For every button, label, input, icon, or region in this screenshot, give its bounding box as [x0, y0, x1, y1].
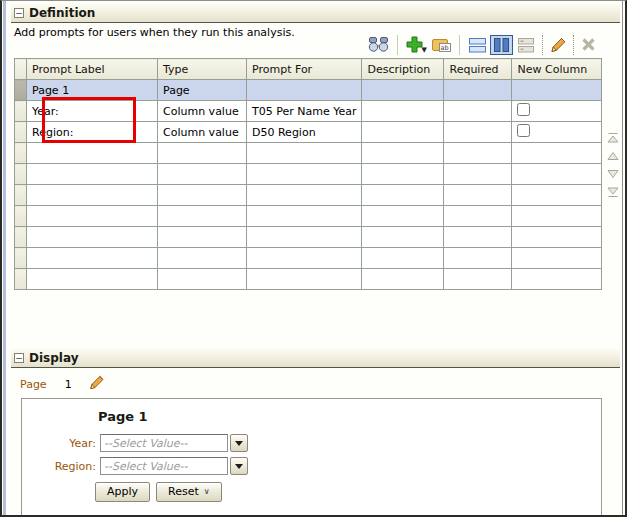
col-header-new-column: New Column	[512, 59, 602, 80]
preview-field-region: Region:	[22, 457, 248, 475]
empty-row	[15, 248, 602, 269]
cell-new-column	[512, 101, 602, 122]
cell-description	[362, 122, 444, 143]
row-handle[interactable]	[15, 101, 27, 122]
page-label: Page	[20, 378, 47, 391]
toolbar-separator-dotted	[573, 35, 574, 55]
display-section-header: − Display	[11, 349, 620, 368]
folder-label-icon: ab	[431, 36, 452, 54]
region-dropdown-button[interactable]	[230, 457, 248, 475]
apply-button[interactable]: Apply	[95, 482, 150, 502]
definition-section-header: − Definition	[11, 4, 620, 23]
row-handle[interactable]	[15, 122, 27, 143]
columns-layout-icon	[492, 36, 511, 54]
col-header-prompt-label: Prompt Label	[27, 59, 158, 80]
reorder-buttons	[604, 132, 622, 198]
cell-type: Column value	[158, 101, 247, 122]
rows-layout-button[interactable]	[465, 35, 490, 55]
cell-type: Column value	[158, 122, 247, 143]
cell-prompt-for: D50 Region	[247, 122, 362, 143]
edit-page-button[interactable]	[88, 374, 105, 394]
collapse-icon[interactable]: −	[14, 8, 24, 18]
preview-button[interactable]	[365, 34, 392, 55]
col-header-required: Required	[444, 59, 512, 80]
region-field-label: Region:	[22, 460, 96, 473]
delete-button-disabled[interactable]	[578, 35, 599, 54]
cell-new-column	[512, 80, 602, 101]
pane-splitter	[3, 1, 8, 515]
empty-row	[15, 185, 602, 206]
toolbar-separator	[459, 35, 460, 55]
empty-row	[15, 269, 602, 290]
new-prompt-button[interactable]: ▼	[403, 34, 429, 55]
display-title: Display	[29, 351, 78, 365]
cell-description	[362, 80, 444, 101]
cell-prompt-for: T05 Per Name Year	[247, 101, 362, 122]
binoculars-icon	[367, 35, 390, 54]
year-field-label: Year:	[22, 437, 96, 450]
display-page-row: Page 1	[20, 374, 105, 394]
preview-buttons: Apply Reset ∨	[95, 482, 222, 502]
reset-caret-icon: ∨	[204, 487, 210, 496]
year-select-input[interactable]	[100, 434, 228, 452]
col-header-prompt-for: Prompt For	[247, 59, 362, 80]
year-dropdown-button[interactable]	[230, 434, 248, 452]
x-icon	[580, 36, 597, 53]
row-handle-header	[15, 59, 27, 80]
empty-row	[15, 227, 602, 248]
empty-row	[15, 164, 602, 185]
cell-description	[362, 101, 444, 122]
prompt-editor-window: − Definition Add prompts for users when …	[0, 0, 627, 517]
move-to-bottom-button[interactable]	[606, 185, 620, 198]
prompts-table: Prompt Label Type Prompt For Description…	[14, 58, 602, 290]
cell-new-column	[512, 122, 602, 143]
chevron-down-icon	[235, 441, 243, 446]
dropdown-caret-icon: ▼	[422, 46, 427, 54]
rows-layout-icon	[467, 36, 488, 54]
collapse-icon[interactable]: −	[14, 353, 24, 363]
prompts-table-header-row: Prompt Label Type Prompt For Description…	[15, 59, 602, 80]
empty-row	[15, 143, 602, 164]
edit-button[interactable]	[547, 35, 569, 55]
pencil-icon	[88, 374, 105, 391]
reset-button-label: Reset	[168, 485, 199, 498]
definition-title: Definition	[29, 6, 95, 20]
chevron-down-icon	[235, 464, 243, 469]
toolbar-separator-dotted	[542, 35, 543, 55]
empty-row	[15, 206, 602, 227]
cell-required	[444, 101, 512, 122]
cell-type: Page	[158, 80, 247, 101]
cell-required	[444, 80, 512, 101]
cell-prompt-for	[247, 80, 362, 101]
toolbar-separator	[397, 35, 398, 55]
pane-right-border	[622, 1, 623, 515]
row-handle[interactable]	[15, 80, 27, 101]
annotation-red-box	[42, 97, 136, 143]
new-column-checkbox[interactable]	[517, 124, 530, 137]
svg-text:ab: ab	[441, 44, 449, 52]
reset-button[interactable]: Reset ∨	[156, 482, 222, 502]
preview-field-year: Year:	[22, 434, 248, 452]
move-down-button[interactable]	[606, 168, 620, 179]
pencil-icon	[549, 36, 567, 54]
apply-button-label: Apply	[107, 485, 138, 498]
cell-required	[444, 122, 512, 143]
compound-layout-icon	[515, 36, 536, 54]
move-to-top-button[interactable]	[606, 132, 620, 145]
compound-layout-button-disabled[interactable]	[513, 35, 538, 55]
col-header-type: Type	[158, 59, 247, 80]
col-header-description: Description	[362, 59, 444, 80]
new-column-checkbox[interactable]	[517, 103, 530, 116]
definition-toolbar: ▼ ab	[365, 32, 599, 57]
region-select-input[interactable]	[100, 457, 228, 475]
move-up-button[interactable]	[606, 151, 620, 162]
label-button[interactable]: ab	[429, 35, 454, 55]
columns-layout-button[interactable]	[490, 35, 513, 55]
preview-page-heading: Page 1	[98, 409, 148, 424]
prompt-preview-panel: Page 1 Year: Region: Apply Reset ∨	[21, 398, 602, 517]
page-number: 1	[65, 378, 72, 391]
definition-subtitle: Add prompts for users when they run this…	[14, 26, 295, 39]
